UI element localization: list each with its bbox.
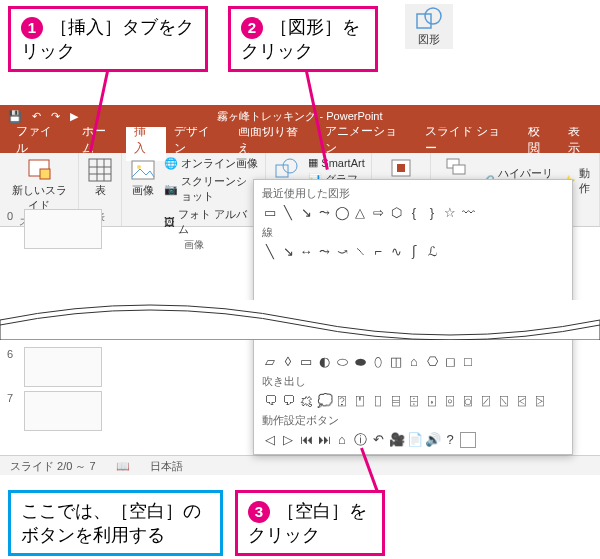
shapes-stub-label: 図形 <box>418 33 440 45</box>
co-9[interactable]: ⌹ <box>406 393 422 409</box>
line-4[interactable]: ⤳ <box>316 244 332 260</box>
shape-connector[interactable]: ⤳ <box>316 205 332 221</box>
smartart-button[interactable]: ▦SmartArt <box>308 155 364 170</box>
svg-rect-3 <box>40 169 50 179</box>
co-15[interactable]: ⍃ <box>514 393 530 409</box>
action-sound[interactable]: 🔊 <box>424 432 440 448</box>
image-button[interactable]: 画像 <box>128 155 158 238</box>
callout-1-text: ［挿入］タブをクリック <box>21 17 194 61</box>
misc-7[interactable]: ⬯ <box>370 354 386 370</box>
line-9[interactable]: ʃ <box>406 244 422 260</box>
action-document[interactable]: 📄 <box>406 432 422 448</box>
shape-brace-r[interactable]: } <box>424 205 440 221</box>
smartart-icon: ▦ <box>308 156 318 169</box>
co-1[interactable]: 🗨 <box>262 393 278 409</box>
online-image-button[interactable]: 🌐オンライン画像 <box>164 155 259 172</box>
spellcheck-icon[interactable]: 📖 <box>116 456 130 475</box>
group-images: 画像 🌐オンライン画像 📷スクリーンショット ▾ 🖼フォト アルバム ▾ 画像 <box>122 153 266 226</box>
co-12[interactable]: ⌼ <box>460 393 476 409</box>
co-14[interactable]: ⍂ <box>496 393 512 409</box>
line-3[interactable]: ↔ <box>298 244 314 260</box>
picture-icon <box>130 157 156 183</box>
misc-12[interactable]: □ <box>460 354 476 370</box>
misc-3[interactable]: ▭ <box>298 354 314 370</box>
thumb-6[interactable]: 6 <box>24 347 102 387</box>
shape-star[interactable]: ☆ <box>442 205 458 221</box>
start-slideshow-icon[interactable]: ▶ <box>70 105 78 127</box>
table-button[interactable]: 表 <box>85 155 115 200</box>
line-5[interactable]: ⤻ <box>334 244 350 260</box>
callout-2: 2 ［図形］をクリック <box>228 6 378 72</box>
shapes-ribbon-stub[interactable]: 図形 <box>405 4 453 49</box>
redo-icon[interactable]: ↷ <box>51 105 60 127</box>
action-back[interactable]: ◁ <box>262 432 278 448</box>
shapes-callouts-grid: 🗨 🗩 🗯 💭 ⍰ ⍞ ⌷ ⌸ ⌹ ⌺ ⌻ ⌼ ⍁ ⍂ ⍃ ⍄ <box>258 391 568 411</box>
action-blank[interactable] <box>460 432 476 448</box>
shape-brace-l[interactable]: { <box>406 205 422 221</box>
co-7[interactable]: ⌷ <box>370 393 386 409</box>
misc-9[interactable]: ⌂ <box>406 354 422 370</box>
action-end[interactable]: ⏭ <box>316 432 332 448</box>
misc-10[interactable]: ⎔ <box>424 354 440 370</box>
shape-scribble[interactable]: 〰 <box>460 205 476 221</box>
co-10[interactable]: ⌺ <box>424 393 440 409</box>
svg-point-1 <box>425 8 441 24</box>
action-return[interactable]: ↶ <box>370 432 386 448</box>
co-8[interactable]: ⌸ <box>388 393 404 409</box>
thumb-7[interactable]: 7 <box>24 391 102 431</box>
shapes-icon <box>274 157 300 179</box>
line-10[interactable]: ℒ <box>424 244 440 260</box>
shape-line[interactable]: ╲ <box>280 205 296 221</box>
line-6[interactable]: ⟍ <box>352 244 368 260</box>
svg-point-12 <box>283 159 297 173</box>
line-7[interactable]: ⌐ <box>370 244 386 260</box>
line-1[interactable]: ╲ <box>262 244 278 260</box>
action-forward[interactable]: ▷ <box>280 432 296 448</box>
misc-11[interactable]: ◻ <box>442 354 458 370</box>
co-5[interactable]: ⍰ <box>334 393 350 409</box>
action-home[interactable]: ⌂ <box>334 432 350 448</box>
thumb-0[interactable]: 0 <box>24 209 102 249</box>
note-text: ここでは、［空白］のボタンを利用する <box>21 501 201 545</box>
co-11[interactable]: ⌻ <box>442 393 458 409</box>
screenshot-button[interactable]: 📷スクリーンショット ▾ <box>164 173 259 205</box>
misc-1[interactable]: ▱ <box>262 354 278 370</box>
powerpoint-window: 💾 ↶ ↷ ▶ 霧ヶ峰トレッキング - PowerPoint ファイル ホーム … <box>0 105 600 227</box>
undo-icon[interactable]: ↶ <box>32 105 41 127</box>
co-3[interactable]: 🗯 <box>298 393 314 409</box>
misc-6[interactable]: ⬬ <box>352 354 368 370</box>
shape-hex[interactable]: ⬡ <box>388 205 404 221</box>
misc-8[interactable]: ◫ <box>388 354 404 370</box>
co-16[interactable]: ⍄ <box>532 393 548 409</box>
co-4[interactable]: 💭 <box>316 393 332 409</box>
action-movie[interactable]: 🎥 <box>388 432 404 448</box>
action-help[interactable]: ? <box>442 432 458 448</box>
line-2[interactable]: ↘ <box>280 244 296 260</box>
addins-icon <box>389 157 413 179</box>
save-icon[interactable]: 💾 <box>8 105 22 127</box>
online-image-icon: 🌐 <box>164 157 178 170</box>
shape-rarrow[interactable]: ⇨ <box>370 205 386 221</box>
misc-5[interactable]: ⬭ <box>334 354 350 370</box>
language-label[interactable]: 日本語 <box>150 456 183 475</box>
svg-point-10 <box>137 165 141 169</box>
svg-rect-9 <box>132 161 154 179</box>
co-6[interactable]: ⍞ <box>352 393 368 409</box>
co-2[interactable]: 🗩 <box>280 393 296 409</box>
shape-line-arrow[interactable]: ↘ <box>298 205 314 221</box>
svg-rect-4 <box>89 159 111 181</box>
shapes-action-grid: ◁ ▷ ⏮ ⏭ ⌂ ⓘ ↶ 🎥 📄 🔊 ? <box>258 430 568 450</box>
action-info[interactable]: ⓘ <box>352 432 368 448</box>
co-13[interactable]: ⍁ <box>478 393 494 409</box>
photo-album-button[interactable]: 🖼フォト アルバム ▾ <box>164 206 259 238</box>
misc-4[interactable]: ◐ <box>316 354 332 370</box>
shapes-recent-grid: ▭ ╲ ↘ ⤳ ◯ △ ⇨ ⬡ { } ☆ 〰 <box>258 203 568 223</box>
shape-rect[interactable]: ▭ <box>262 205 278 221</box>
shape-triangle[interactable]: △ <box>352 205 368 221</box>
svg-rect-0 <box>417 14 431 28</box>
line-8[interactable]: ∿ <box>388 244 404 260</box>
shapes-lines-grid: ╲ ↘ ↔ ⤳ ⤻ ⟍ ⌐ ∿ ʃ ℒ <box>258 242 568 262</box>
shape-oval[interactable]: ◯ <box>334 205 350 221</box>
action-begin[interactable]: ⏮ <box>298 432 314 448</box>
misc-2[interactable]: ◊ <box>280 354 296 370</box>
